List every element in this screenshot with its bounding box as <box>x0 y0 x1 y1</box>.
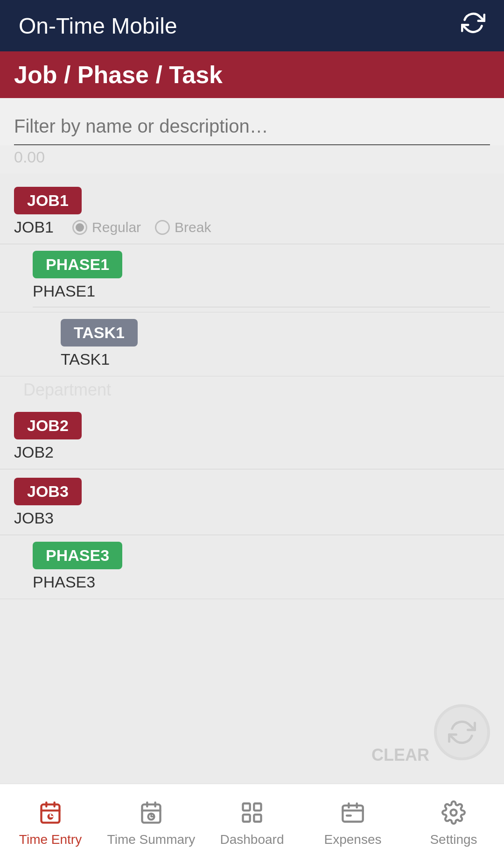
filter-row <box>0 98 504 145</box>
section-header: Job / Phase / Task <box>0 51 504 98</box>
task-label-task1: TASK1 <box>61 350 490 373</box>
dashboard-icon <box>240 800 264 828</box>
svg-rect-18 <box>343 805 363 821</box>
nav-item-time-summary[interactable]: Time Summary <box>101 784 202 863</box>
phase-badge-phase1[interactable]: PHASE1 <box>33 251 122 278</box>
modal-content: 0.00 JOB1 JOB1 Regular Break <box>0 98 504 784</box>
radio-break[interactable]: Break <box>155 219 211 235</box>
top-bar: On-Time Mobile <box>0 0 504 51</box>
job-badge-job1[interactable]: JOB1 <box>14 187 82 214</box>
phase-badge-phase3[interactable]: PHASE3 <box>33 542 122 569</box>
dept-label-row: Department <box>0 376 504 403</box>
svg-rect-15 <box>254 803 261 810</box>
zero-value-row: 0.00 <box>0 145 504 174</box>
radio-break-circle <box>155 220 170 235</box>
svg-point-21 <box>451 809 457 815</box>
phase-label-phase3: PHASE3 <box>33 573 490 596</box>
job-badge-job2[interactable]: JOB2 <box>14 412 82 439</box>
nav-item-expenses[interactable]: Expenses <box>302 784 403 863</box>
radio-regular-circle <box>72 220 87 235</box>
app-title: On-Time Mobile <box>19 13 177 39</box>
svg-rect-17 <box>254 814 261 821</box>
job-badge-job3[interactable]: JOB3 <box>14 478 82 505</box>
phase-row-phase1[interactable]: PHASE1 PHASE1 <box>0 244 504 312</box>
section-title: Job / Phase / Task <box>14 61 223 89</box>
nav-item-time-entry[interactable]: Time Entry <box>0 784 101 863</box>
nav-label-time-summary: Time Summary <box>107 832 196 847</box>
phase-label-phase1: PHASE1 <box>33 282 490 305</box>
job-row-job1[interactable]: JOB1 JOB1 Regular Break <box>0 178 504 244</box>
time-summary-icon <box>139 800 163 828</box>
radio-regular[interactable]: Regular <box>72 219 141 235</box>
job-list: JOB1 JOB1 Regular Break PHAS <box>0 174 504 784</box>
job-label-job1: JOB1 Regular Break <box>14 218 490 241</box>
nav-item-settings[interactable]: Settings <box>403 784 504 863</box>
expenses-icon <box>341 800 365 828</box>
radio-group-job1: Regular Break <box>72 219 211 235</box>
task-badge-task1[interactable]: TASK1 <box>61 319 138 347</box>
bottom-nav: Time Entry Time Summary D <box>0 784 504 863</box>
job-label-job2: JOB2 <box>14 443 490 466</box>
filter-input[interactable] <box>14 111 490 145</box>
phase-row-phase3[interactable]: PHASE3 PHASE3 <box>0 535 504 599</box>
time-entry-icon <box>38 800 63 828</box>
nav-label-time-entry: Time Entry <box>19 832 82 847</box>
job-label-job3: JOB3 <box>14 509 490 532</box>
phase-divider <box>33 307 490 307</box>
bg-refresh-button <box>434 704 490 760</box>
svg-rect-0 <box>42 804 60 822</box>
job-row-job3[interactable]: JOB3 JOB3 <box>0 469 504 535</box>
settings-icon <box>441 800 466 828</box>
job-row-job2[interactable]: JOB2 JOB2 <box>0 403 504 469</box>
nav-label-expenses: Expenses <box>324 832 382 847</box>
bg-clear-label: CLEAR <box>371 745 429 765</box>
task-row-task1[interactable]: TASK1 TASK1 <box>0 312 504 376</box>
nav-item-dashboard[interactable]: Dashboard <box>202 784 302 863</box>
svg-rect-16 <box>243 814 250 821</box>
nav-label-settings: Settings <box>430 832 477 847</box>
sync-icon[interactable] <box>461 11 485 41</box>
svg-rect-14 <box>243 803 250 810</box>
nav-label-dashboard: Dashboard <box>220 832 284 847</box>
